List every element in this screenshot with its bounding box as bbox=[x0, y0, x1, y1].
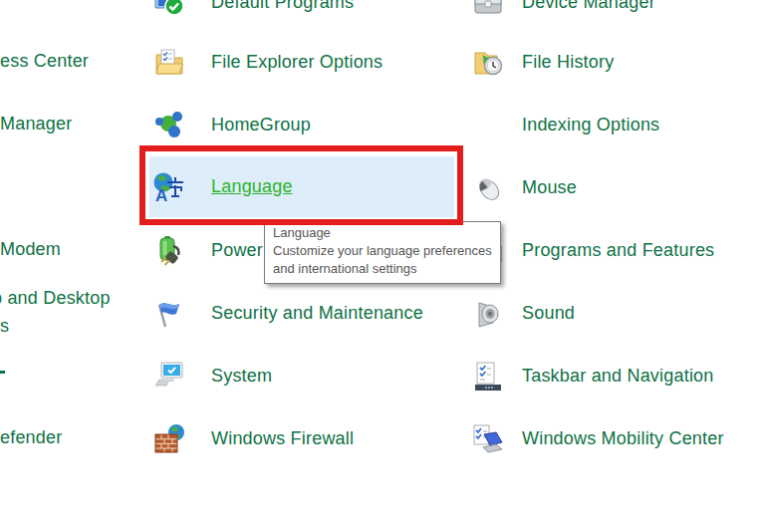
item-label[interactable]: Windows Firewall bbox=[211, 428, 354, 449]
item-label[interactable]: Default Programs bbox=[211, 0, 354, 13]
tooltip-title: Language bbox=[273, 224, 492, 242]
language-icon: A bbox=[152, 170, 186, 204]
item-label[interactable]: System bbox=[211, 366, 272, 387]
taskbar-and-navigation-icon bbox=[471, 360, 505, 394]
control-panel-item-taskbar-and-navigation[interactable]: Taskbar and Navigation bbox=[468, 345, 714, 407]
windows-mobility-center-icon bbox=[471, 422, 505, 456]
tooltip-description-line1: Customize your language preferences bbox=[273, 242, 492, 260]
tooltip-description-line2: and international settings bbox=[273, 260, 492, 278]
security-and-maintenance-icon bbox=[152, 297, 186, 331]
control-panel-item-homegroup[interactable]: HomeGroup bbox=[149, 94, 311, 156]
item-label-fragment[interactable]: p and Desktop bbox=[0, 288, 111, 309]
control-panel-item-default-programs[interactable]: Default Programs bbox=[149, 0, 354, 34]
control-panel-item-language[interactable]: ALanguage bbox=[149, 156, 454, 217]
sound-icon bbox=[471, 297, 505, 331]
item-label[interactable]: Language bbox=[211, 176, 293, 197]
control-panel-item-indexing-options[interactable]: Indexing Options bbox=[468, 94, 659, 156]
control-panel-item-sound[interactable]: Sound bbox=[468, 282, 575, 345]
item-label[interactable]: Device Manager bbox=[522, 0, 655, 13]
mouse-icon bbox=[471, 171, 505, 205]
svg-text:A: A bbox=[155, 186, 167, 204]
item-label-fragment[interactable]: s bbox=[0, 316, 9, 337]
control-panel-item-windows-firewall[interactable]: Windows Firewall bbox=[149, 407, 354, 470]
item-label-fragment[interactable]: efender bbox=[0, 427, 62, 448]
item-label[interactable]: File History bbox=[522, 52, 614, 73]
control-panel-window: Language Customize your language prefere… bbox=[0, 0, 763, 532]
item-label[interactable]: Sound bbox=[522, 303, 575, 324]
item-label-fragment[interactable]: Manager bbox=[0, 114, 72, 134]
item-label-fragment-cut bbox=[0, 371, 5, 374]
control-panel-item-file-explorer-options[interactable]: File Explorer Options bbox=[149, 31, 382, 94]
item-label[interactable]: Windows Mobility Center bbox=[522, 428, 724, 449]
tooltip: Language Customize your language prefere… bbox=[264, 221, 501, 284]
power-options-icon bbox=[152, 234, 186, 268]
control-panel-item-system[interactable]: System bbox=[149, 345, 272, 407]
item-label[interactable]: HomeGroup bbox=[211, 115, 311, 135]
indexing-options-icon bbox=[471, 109, 505, 142]
system-icon bbox=[152, 360, 186, 394]
item-label[interactable]: Programs and Features bbox=[522, 240, 714, 261]
control-panel-item-programs-and-features[interactable]: Programs and Features bbox=[468, 219, 714, 282]
file-history-icon bbox=[471, 46, 505, 80]
item-label[interactable]: Mouse bbox=[522, 177, 577, 198]
item-label[interactable]: Taskbar and Navigation bbox=[522, 366, 714, 387]
item-label[interactable]: Indexing Options bbox=[522, 115, 659, 135]
control-panel-item-windows-mobility-center[interactable]: Windows Mobility Center bbox=[468, 407, 724, 470]
item-label[interactable]: Security and Maintenance bbox=[211, 303, 423, 324]
item-label-fragment[interactable]: Modem bbox=[0, 239, 61, 260]
control-panel-item-device-manager[interactable]: Device Manager bbox=[468, 0, 655, 34]
windows-firewall-icon bbox=[152, 422, 186, 456]
control-panel-item-file-history[interactable]: File History bbox=[468, 31, 614, 94]
default-programs-icon bbox=[152, 0, 186, 20]
control-panel-item-security-and-maintenance[interactable]: Security and Maintenance bbox=[149, 282, 423, 345]
homegroup-icon bbox=[152, 109, 186, 142]
file-explorer-options-icon bbox=[152, 46, 186, 80]
item-label-fragment[interactable]: ess Center bbox=[0, 51, 89, 72]
control-panel-item-mouse[interactable]: Mouse bbox=[468, 156, 577, 219]
item-label[interactable]: File Explorer Options bbox=[211, 52, 382, 73]
device-manager-icon bbox=[471, 0, 505, 20]
